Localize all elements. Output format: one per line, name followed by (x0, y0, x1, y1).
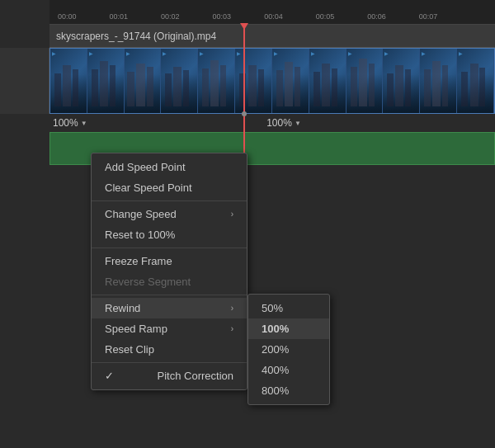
svg-rect-24 (351, 67, 357, 106)
thumb-frame (457, 49, 494, 113)
thumb-frame (87, 49, 125, 113)
svg-rect-7 (136, 64, 145, 106)
thumb-frame (346, 49, 384, 113)
timeline-container: 00:00 00:01 00:02 00:03 00:04 00:05 00:0… (0, 0, 495, 448)
svg-rect-35 (479, 68, 485, 106)
thumb-frame (235, 49, 272, 113)
track-filename: skyscrapers_-_91744 (Original).mp4 (56, 31, 216, 42)
thumb-frame (420, 49, 457, 113)
speed-segment-right[interactable]: 100% ▼ (263, 117, 477, 129)
speed-ramp-arrow-icon: › (231, 324, 233, 333)
menu-item-clear-speed-point[interactable]: Clear Speed Point (92, 177, 247, 198)
change-speed-arrow-icon: › (231, 210, 233, 219)
rewind-submenu: 50% 100% 200% 400% 800% (248, 294, 330, 405)
thumb-frame (125, 49, 162, 113)
svg-rect-21 (314, 72, 320, 106)
svg-rect-25 (359, 59, 367, 106)
rewind-50-label: 50% (262, 302, 283, 314)
ruler-tick: 00:07 (419, 12, 438, 21)
ruler-tick: 00:04 (264, 12, 283, 21)
rewind-submenu-item-200[interactable]: 200% (248, 339, 329, 360)
menu-item-reset-to-100-label: Reset to 100% (105, 229, 175, 241)
track-controls (0, 48, 50, 114)
svg-rect-11 (183, 70, 189, 106)
filmstrip-row (50, 49, 494, 113)
menu-item-add-speed-point[interactable]: Add Speed Point (92, 157, 247, 177)
thumb-frame (272, 49, 309, 113)
ruler-tick: 00:06 (367, 12, 386, 21)
svg-rect-34 (470, 64, 478, 106)
playhead-top (240, 23, 248, 30)
thumb-frame (383, 49, 420, 113)
svg-rect-3 (92, 69, 98, 106)
menu-item-reset-to-100[interactable]: Reset to 100% (92, 224, 247, 245)
svg-rect-29 (405, 69, 411, 106)
svg-rect-22 (322, 64, 330, 106)
menu-item-rewind[interactable]: Rewind › (92, 298, 247, 318)
menu-item-pitch-correction[interactable]: ✓ Pitch Correction (92, 365, 247, 386)
svg-rect-33 (461, 72, 468, 106)
thumb-frame (50, 49, 87, 113)
svg-rect-2 (73, 69, 78, 106)
speed-right-arrow[interactable]: ▼ (295, 120, 301, 127)
menu-item-speed-ramp[interactable]: Speed Ramp › (92, 318, 247, 339)
menu-item-change-speed-label: Change Speed (105, 208, 177, 220)
speed-point-marker (242, 111, 247, 116)
rewind-submenu-item-800[interactable]: 800% (248, 380, 329, 401)
menu-item-reset-clip-label: Reset Clip (105, 343, 154, 356)
menu-item-freeze-frame[interactable]: Freeze Frame (92, 251, 247, 271)
svg-rect-13 (210, 60, 219, 106)
svg-rect-20 (295, 67, 300, 106)
video-track (50, 48, 495, 114)
rewind-submenu-item-100[interactable]: 100% (248, 318, 329, 339)
thumb-frame (161, 49, 198, 113)
menu-divider-2 (92, 248, 247, 248)
speed-right-value: 100% (266, 117, 292, 129)
svg-rect-4 (100, 61, 108, 106)
pitch-correction-checkmark-icon: ✓ (105, 370, 114, 382)
menu-item-speed-ramp-label: Speed Ramp (105, 323, 167, 335)
menu-divider-4 (92, 362, 247, 363)
thumb-frame (309, 49, 346, 113)
svg-rect-19 (285, 62, 293, 106)
ruler-tick: 00:03 (213, 12, 232, 21)
speed-left-arrow[interactable]: ▼ (81, 120, 87, 127)
svg-rect-0 (54, 73, 61, 106)
menu-item-add-speed-point-label: Add Speed Point (105, 161, 186, 173)
menu-item-freeze-frame-label: Freeze Frame (105, 255, 172, 267)
ruler-tick: 00:02 (161, 12, 180, 21)
rewind-arrow-icon: › (231, 304, 233, 313)
svg-rect-28 (395, 65, 403, 106)
speed-segment-left[interactable]: 100% ▼ (50, 117, 263, 129)
timeline-ruler: 00:00 00:01 00:02 00:03 00:04 00:05 00:0… (50, 0, 495, 25)
rewind-400-label: 400% (262, 364, 289, 376)
svg-rect-30 (424, 69, 431, 106)
ruler-marks: 00:00 00:01 00:02 00:03 00:04 00:05 00:0… (50, 0, 495, 24)
track-label-bar: skyscrapers_-_91744 (Original).mp4 (50, 25, 495, 48)
ruler-tick: 00:01 (110, 12, 129, 21)
svg-rect-5 (110, 65, 116, 106)
rewind-100-label: 100% (262, 323, 289, 335)
svg-rect-14 (220, 65, 226, 106)
svg-rect-16 (248, 65, 257, 106)
menu-divider-3 (92, 295, 247, 295)
menu-item-change-speed[interactable]: Change Speed › (92, 204, 247, 224)
ruler-tick: 00:00 (58, 12, 77, 21)
svg-rect-9 (165, 73, 172, 106)
menu-item-clear-speed-point-label: Clear Speed Point (105, 182, 192, 194)
svg-rect-6 (127, 72, 134, 106)
menu-item-reset-clip[interactable]: Reset Clip (92, 339, 247, 360)
rewind-800-label: 800% (262, 384, 289, 397)
svg-rect-31 (432, 61, 441, 106)
speed-bar: 100% ▼ 100% ▼ (50, 114, 495, 132)
speed-left-value: 100% (53, 117, 78, 129)
rewind-submenu-item-400[interactable]: 400% (248, 360, 329, 380)
svg-rect-1 (63, 65, 71, 106)
context-menu: Add Speed Point Clear Speed Point Change… (91, 153, 248, 390)
svg-rect-10 (173, 67, 182, 106)
rewind-submenu-item-50[interactable]: 50% (248, 298, 329, 318)
thumb-frame (198, 49, 235, 113)
svg-rect-23 (332, 68, 337, 106)
menu-divider-1 (92, 200, 247, 201)
svg-rect-32 (442, 65, 448, 106)
